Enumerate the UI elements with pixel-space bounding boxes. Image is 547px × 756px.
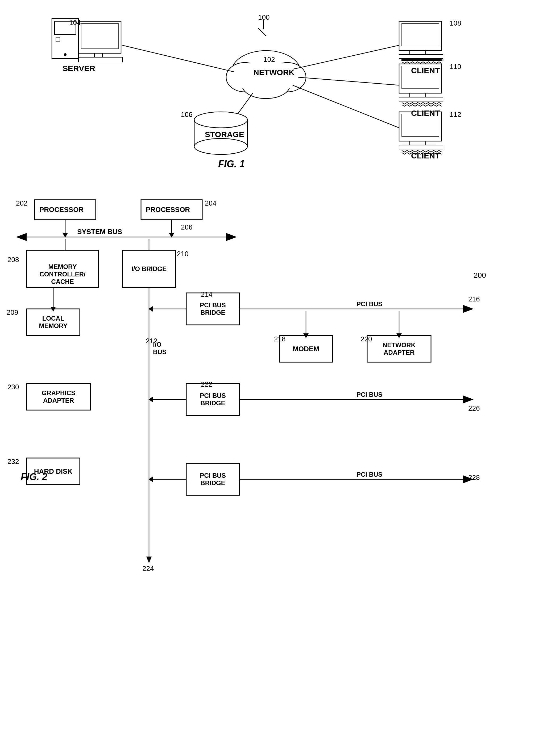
- modem-label: MODEM: [293, 345, 319, 353]
- ref-204: 204: [205, 199, 216, 207]
- storage-label: STORAGE: [205, 130, 244, 139]
- svg-rect-48: [399, 145, 443, 149]
- svg-marker-71: [463, 305, 474, 313]
- ref-112: 112: [450, 111, 461, 119]
- svg-line-1: [258, 28, 266, 36]
- fig1-container: 100: [0, 5, 547, 186]
- svg-marker-83: [463, 395, 474, 403]
- ref-232: 232: [7, 457, 19, 466]
- pci-bridge1-label: PCI BUSBRIDGE: [200, 301, 226, 316]
- processor2-label: PROCESSOR: [146, 206, 190, 214]
- svg-point-14: [226, 63, 264, 92]
- svg-marker-66: [146, 557, 152, 563]
- system-bus-label: SYSTEM BUS: [77, 228, 122, 236]
- ref-108: 108: [450, 19, 461, 27]
- pci-bus2-label: PCI BUS: [356, 391, 382, 398]
- ref-212: 212: [146, 337, 157, 345]
- pci-bridge3-label: PCI BUSBRIDGE: [200, 472, 226, 487]
- svg-marker-52: [16, 233, 27, 241]
- svg-marker-53: [226, 233, 237, 241]
- ref-102: 102: [264, 55, 275, 64]
- ref-216: 216: [468, 295, 480, 303]
- fig1-title: FIG. 1: [218, 158, 245, 170]
- svg-line-20: [293, 45, 399, 69]
- local-mem-label: LOCALMEMORY: [39, 315, 67, 330]
- svg-line-21: [298, 77, 399, 85]
- svg-marker-69: [149, 306, 153, 312]
- ref-100: 100: [258, 13, 270, 22]
- server-label: SERVER: [63, 64, 95, 73]
- mem-ctrl-label: MEMORYCONTROLLER/CACHE: [39, 263, 85, 285]
- svg-rect-7: [81, 23, 118, 49]
- svg-rect-4: [56, 37, 60, 41]
- svg-rect-27: [399, 21, 442, 51]
- client1-label: CLIENT: [411, 66, 440, 75]
- processor1-label: PROCESSOR: [39, 206, 84, 214]
- svg-line-19: [232, 93, 253, 122]
- fig2-container: 202 PROCESSOR 204 PROCESSOR SYSTEM BUS 2…: [0, 192, 547, 751]
- ref-202: 202: [16, 199, 27, 207]
- svg-marker-57: [169, 233, 174, 238]
- io-bridge-label: I/O BRIDGE: [132, 265, 167, 273]
- svg-marker-87: [149, 477, 153, 482]
- svg-rect-32: [399, 55, 443, 59]
- fig2-title: FIG. 2: [21, 471, 47, 483]
- pci-bus1-label: PCI BUS: [356, 300, 382, 308]
- svg-rect-28: [402, 23, 439, 46]
- svg-point-26: [194, 138, 248, 154]
- network-label: NETWORK: [253, 68, 294, 77]
- pci-bus3-label: PCI BUS: [356, 471, 382, 478]
- pci-bridge2-label: PCI BUSBRIDGE: [200, 392, 226, 407]
- svg-point-23: [194, 112, 248, 128]
- client2-label: CLIENT: [411, 109, 440, 118]
- svg-rect-12: [79, 57, 122, 62]
- diagram-container: 100: [0, 0, 547, 756]
- svg-marker-81: [149, 397, 153, 402]
- ref-209: 209: [7, 308, 18, 317]
- ref-230: 230: [7, 383, 19, 391]
- svg-point-17: [234, 61, 298, 93]
- client3-label: CLIENT: [411, 151, 440, 160]
- svg-line-18: [122, 45, 234, 72]
- ref-210: 210: [177, 250, 188, 258]
- ref-208: 208: [7, 256, 19, 264]
- ref-228: 228: [468, 473, 480, 482]
- svg-point-5: [64, 53, 67, 56]
- svg-marker-55: [63, 233, 68, 238]
- ref-226: 226: [468, 404, 480, 412]
- svg-rect-6: [79, 21, 121, 53]
- svg-rect-42: [399, 97, 443, 101]
- graphics-label: GRAPHICSADAPTER: [42, 389, 76, 404]
- ref-224: 224: [142, 565, 154, 573]
- fig1-svg: [0, 5, 547, 186]
- ref-206: 206: [181, 223, 192, 231]
- svg-point-15: [269, 63, 306, 92]
- net-adapter-label: NETWORKADAPTER: [382, 341, 415, 356]
- ref-110: 110: [450, 63, 461, 71]
- ref-200: 200: [474, 271, 486, 280]
- ref-104: 104: [69, 19, 81, 27]
- ref-106: 106: [181, 111, 192, 119]
- svg-line-22: [293, 85, 399, 128]
